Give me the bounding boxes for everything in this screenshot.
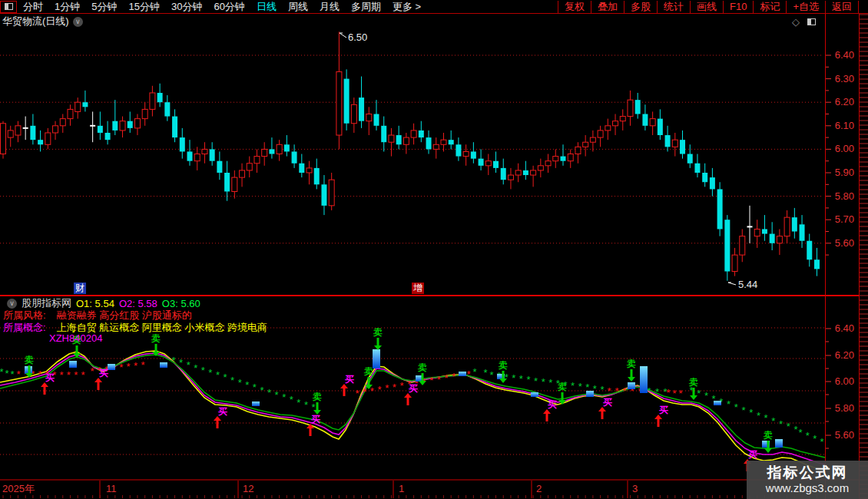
candlestick — [471, 151, 476, 158]
candlestick — [426, 137, 432, 149]
split-pane-icon[interactable] — [807, 18, 816, 25]
indicator-axis-label: 6.40 — [835, 322, 854, 334]
x-axis-month-label: 2 — [536, 483, 542, 494]
toolbar-button[interactable]: 复权 — [558, 1, 591, 13]
trend-star: * — [10, 368, 14, 380]
chevron-down-icon[interactable]: ∨ — [7, 299, 17, 309]
toolbar-button[interactable]: F10 — [723, 1, 753, 13]
period-tab[interactable]: 更多 > — [393, 1, 421, 13]
candlestick — [515, 170, 521, 175]
watermark-title: 指标公式网 — [767, 464, 848, 481]
trend-star: * — [697, 388, 701, 399]
titlebar-icons: ◇ — [792, 16, 816, 28]
buy-signal-marker: 买 — [404, 383, 418, 405]
candlestick — [568, 154, 573, 161]
candlestick — [389, 135, 394, 142]
candlestick — [396, 135, 402, 144]
trend-star: * — [304, 399, 308, 411]
trend-star: * — [437, 374, 441, 385]
chart-flag-badge[interactable]: 增 — [412, 283, 424, 294]
candlestick — [180, 137, 185, 151]
toolbar-button[interactable]: 标记 — [753, 1, 786, 13]
signal-bar — [775, 439, 783, 448]
trend-star: * — [727, 398, 731, 410]
period-tab[interactable]: 多周期 — [351, 1, 381, 13]
candlestick — [403, 137, 409, 144]
split-window-button[interactable] — [0, 1, 17, 13]
trend-star: * — [600, 384, 604, 395]
candlestick — [98, 126, 103, 133]
candlestick — [620, 117, 625, 121]
svg-text:买: 买 — [218, 406, 227, 417]
period-tab[interactable]: 60分钟 — [214, 1, 244, 13]
chart-flag-badge[interactable]: 财 — [74, 283, 86, 294]
trend-star: * — [393, 382, 396, 393]
chart-canvas[interactable]: 6.406.306.206.106.005.905.805.705.606.40… — [0, 0, 868, 499]
candlestick — [247, 164, 252, 170]
candlestick — [665, 135, 671, 147]
trend-star: * — [734, 402, 738, 413]
candlestick — [523, 170, 528, 175]
candlestick — [732, 255, 737, 271]
trend-star: * — [134, 360, 137, 372]
candlestick — [538, 166, 543, 170]
toolbar-button[interactable]: 叠加 — [591, 1, 624, 13]
buy-signal-marker: 买 — [340, 374, 354, 396]
signal-bar — [459, 372, 466, 376]
period-tab[interactable]: 周线 — [288, 1, 308, 13]
candlestick — [598, 131, 603, 137]
candlestick — [299, 164, 304, 173]
chevron-down-icon[interactable]: ∨ — [73, 17, 83, 27]
price-annotation: 6.50 — [348, 31, 367, 43]
price-axis-label: 6.40 — [835, 49, 854, 61]
candlestick — [329, 180, 334, 206]
indicator-param-o1: O1: 5.54 — [76, 298, 114, 309]
trend-star: * — [483, 367, 487, 378]
candlestick — [105, 133, 111, 140]
trend-star: * — [542, 376, 545, 388]
trend-star: * — [534, 375, 538, 387]
candlestick — [762, 229, 767, 233]
candlestick — [314, 168, 320, 184]
period-tab[interactable]: 日线 — [257, 1, 277, 13]
trend-star: * — [16, 368, 20, 380]
candlestick — [60, 119, 65, 126]
toolbar-button[interactable]: 返回 — [825, 1, 859, 13]
diamond-icon[interactable]: ◇ — [792, 16, 800, 28]
candlestick — [449, 140, 454, 144]
candlestick — [553, 157, 558, 161]
toolbar-button[interactable]: 画线 — [690, 1, 723, 13]
candlestick — [240, 170, 245, 177]
candlestick — [658, 119, 663, 135]
x-axis-month-label: 12 — [243, 483, 253, 494]
trend-star: * — [678, 388, 682, 399]
trend-star: * — [245, 379, 249, 391]
candlestick — [359, 97, 364, 121]
x-axis-month-label: 11 — [106, 483, 117, 494]
period-tab[interactable]: 1分钟 — [55, 1, 80, 13]
period-tab[interactable]: 15分钟 — [128, 1, 159, 13]
candlestick — [501, 168, 506, 180]
buy-signal-marker: 买 — [543, 399, 557, 421]
trend-star: * — [297, 397, 300, 408]
period-tab[interactable]: 月线 — [320, 1, 340, 13]
toolbar-button[interactable]: 多股 — [624, 1, 657, 13]
candlestick — [702, 173, 707, 182]
candlestick — [680, 140, 685, 154]
toolbar-button[interactable]: +自选 — [786, 1, 825, 13]
x-axis-month-label: 1 — [399, 483, 404, 494]
period-tab[interactable]: 分时 — [23, 1, 43, 13]
period-tab[interactable]: 30分钟 — [171, 1, 202, 13]
candlestick — [687, 154, 693, 164]
candlestick — [112, 121, 118, 131]
candlestick — [441, 140, 446, 144]
price-axis-label: 6.20 — [835, 96, 854, 107]
period-tab[interactable]: 5分钟 — [91, 1, 117, 13]
toolbar-button[interactable]: 统计 — [657, 1, 690, 13]
price-axis-label: 6.00 — [835, 143, 854, 154]
svg-text:买: 买 — [409, 383, 418, 394]
candlestick — [650, 119, 655, 126]
price-axis-label: 5.70 — [835, 213, 854, 225]
signal-bar — [252, 402, 260, 406]
trend-star: * — [38, 368, 41, 380]
